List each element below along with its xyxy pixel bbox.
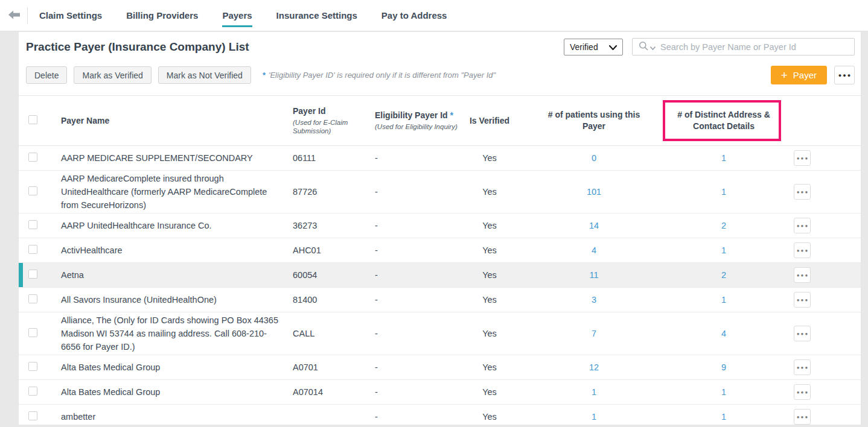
row-checkbox[interactable] — [28, 153, 37, 162]
eligibility-note: *'Eligibility Payer ID' is required only… — [263, 71, 496, 80]
row-checkbox[interactable] — [28, 362, 37, 371]
eligibility-payer-id-cell: - — [375, 186, 461, 198]
row-actions-button[interactable]: ●●● — [794, 150, 811, 166]
is-verified-cell: Yes — [461, 294, 519, 306]
nav-tab-claim-settings[interactable]: Claim Settings — [39, 0, 102, 31]
row-checkbox[interactable] — [28, 294, 37, 303]
nav-tab-billing-providers[interactable]: Billing Providers — [126, 0, 198, 31]
distinct-address-count-link[interactable]: 4 — [721, 329, 726, 338]
header-payer-id: Payer Id (Used for E-Claim Submission) — [293, 105, 375, 136]
row-actions-button[interactable]: ●●● — [794, 218, 811, 233]
payer-name-cell: ActivHealthcare — [61, 242, 293, 258]
eligibility-payer-id-cell: - — [375, 220, 461, 232]
table-header-row: Payer Name Payer Id (Used for E-Claim Su… — [19, 95, 861, 146]
table-row: AARP UnitedHealthcare Insurance Co. 3627… — [19, 214, 861, 238]
distinct-address-count-link[interactable]: 2 — [721, 270, 726, 280]
distinct-address-count-link[interactable]: 1 — [721, 412, 726, 422]
distinct-address-count-link[interactable]: 2 — [721, 221, 726, 230]
header-patients-using: # of patients using this Payer — [537, 109, 651, 132]
distinct-address-count-link[interactable]: 9 — [721, 362, 726, 372]
payer-id-cell: 87726 — [293, 186, 375, 198]
mark-as-not-verified-button[interactable]: Mark as Not Verified — [158, 66, 251, 84]
row-actions-button[interactable]: ●●● — [794, 384, 811, 400]
note-asterisk: * — [263, 71, 266, 80]
payer-name-cell: Alliance, The (Only for ID Cards showing… — [61, 312, 293, 355]
table-row: All Savors Insurance (UnitedHealthOne) 8… — [19, 288, 861, 312]
is-verified-cell: Yes — [461, 244, 519, 256]
ellipsis-icon: ●●● — [797, 414, 809, 420]
patients-count-link[interactable]: 3 — [592, 295, 596, 305]
is-verified-cell: Yes — [461, 327, 519, 340]
eligibility-payer-id-cell: - — [375, 361, 461, 373]
add-payer-button[interactable]: + Payer — [771, 66, 827, 84]
distinct-address-count-link[interactable]: 1 — [721, 295, 726, 305]
distinct-address-count-link[interactable]: 1 — [721, 245, 726, 255]
ellipsis-icon: ●●● — [797, 223, 809, 229]
delete-button[interactable]: Delete — [26, 66, 67, 84]
mark-as-verified-button[interactable]: Mark as Verified — [74, 66, 151, 84]
patients-count-link[interactable]: 7 — [592, 329, 596, 338]
eligibility-payer-id-cell: - — [375, 411, 461, 423]
row-actions-button[interactable]: ●●● — [794, 242, 811, 258]
nav-tab-payers[interactable]: Payers — [222, 0, 252, 31]
table-row: Alliance, The (Only for ID Cards showing… — [19, 312, 861, 355]
row-checkbox[interactable] — [28, 186, 37, 195]
search-icon — [639, 41, 648, 53]
row-checkbox[interactable] — [28, 387, 37, 396]
patients-count-link[interactable]: 4 — [592, 245, 596, 255]
patients-count-link[interactable]: 11 — [589, 270, 598, 280]
search-input[interactable] — [660, 42, 848, 52]
row-actions-button[interactable]: ●●● — [794, 359, 811, 375]
row-checkbox[interactable] — [28, 411, 37, 420]
payer-name-cell: Alta Bates Medical Group — [61, 359, 293, 375]
verified-filter-dropdown[interactable]: Verified — [564, 39, 623, 55]
nav-tab-insurance-settings[interactable]: Insurance Settings — [276, 0, 357, 31]
ellipsis-icon: ●●● — [797, 189, 809, 195]
is-verified-cell: Yes — [461, 361, 519, 373]
search-scope-caret-icon[interactable] — [650, 42, 656, 52]
tab-label: Payers — [222, 10, 252, 21]
payer-name-cell: ambetter — [61, 409, 293, 425]
select-all-checkbox[interactable] — [28, 115, 37, 124]
back-button[interactable] — [0, 0, 27, 31]
row-actions-button[interactable]: ●●● — [794, 184, 811, 200]
header-distinct-address: # of Distinct Address & Contact Details — [677, 110, 770, 131]
patients-count-link[interactable]: 1 — [592, 412, 596, 422]
row-checkbox[interactable] — [28, 245, 37, 254]
header-eligibility-payer-id: Eligibility Payer Id * (Used for Eligibi… — [375, 109, 461, 132]
patients-count-link[interactable]: 0 — [592, 153, 596, 163]
row-checkbox[interactable] — [28, 328, 37, 337]
eligibility-payer-id-cell: - — [375, 152, 461, 164]
table-row: Alta Bates Medical Group A07014 - Yes 1 … — [19, 380, 861, 405]
tab-label: Insurance Settings — [276, 10, 357, 21]
patients-count-link[interactable]: 14 — [589, 221, 599, 230]
row-checkbox[interactable] — [28, 220, 37, 229]
chevron-down-icon — [609, 42, 617, 52]
payer-id-cell: A07014 — [293, 386, 375, 398]
header-eligibility-subtext: (Used for Eligibility Inquiry) — [375, 122, 461, 131]
distinct-address-count-link[interactable]: 1 — [721, 387, 726, 397]
eligibility-payer-id-cell: - — [375, 244, 461, 256]
ellipsis-icon: ●●● — [797, 390, 809, 395]
is-verified-cell: Yes — [461, 386, 519, 398]
table-row: AARP MedicareComplete insured through Un… — [19, 171, 861, 214]
row-actions-button[interactable]: ●●● — [794, 326, 811, 341]
add-payer-label: Payer — [793, 70, 817, 80]
nav-tab-pay-to-address[interactable]: Pay to Address — [381, 0, 447, 31]
patients-count-link[interactable]: 101 — [587, 187, 601, 197]
patients-count-link[interactable]: 12 — [589, 362, 599, 372]
row-checkbox[interactable] — [28, 270, 37, 279]
row-actions-button[interactable]: ●●● — [794, 292, 811, 308]
list-overflow-menu-button[interactable]: ●●● — [834, 66, 855, 84]
is-verified-cell: Yes — [461, 269, 519, 281]
distinct-address-count-link[interactable]: 1 — [721, 153, 726, 163]
distinct-address-count-link[interactable]: 1 — [721, 187, 726, 197]
ellipsis-icon: ●●● — [797, 331, 809, 337]
row-actions-button[interactable]: ●●● — [794, 409, 811, 425]
search-box — [632, 38, 855, 55]
row-actions-button[interactable]: ●●● — [794, 267, 811, 283]
toolbar: Delete Mark as Verified Mark as Not Veri… — [19, 61, 861, 90]
header-payer-name: Payer Name — [61, 115, 293, 127]
payer-id-cell: 81400 — [293, 294, 375, 306]
patients-count-link[interactable]: 1 — [592, 387, 596, 397]
